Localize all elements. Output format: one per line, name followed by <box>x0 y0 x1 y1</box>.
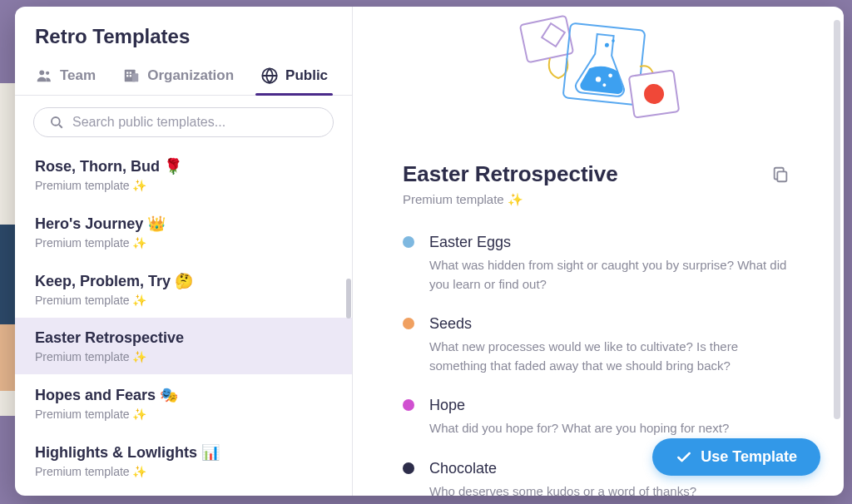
list-item-title: Easter Retrospective <box>35 329 332 347</box>
prompt-color-dot <box>403 236 414 248</box>
list-item-subtitle: Premium template ✨ <box>35 294 332 307</box>
tab-label: Team <box>60 67 96 84</box>
svg-rect-3 <box>132 73 138 82</box>
list-item[interactable]: Easter RetrospectivePremium template ✨ <box>15 318 352 374</box>
check-icon <box>676 449 692 466</box>
tab-label: Organization <box>147 67 234 84</box>
list-item-title: Hopes and Fears 🎭 <box>35 386 332 404</box>
prompt-color-dot <box>403 399 414 411</box>
tab-organization[interactable]: Organization <box>122 60 234 95</box>
prompt-description: What did you hope for? What are you hopi… <box>429 419 729 438</box>
list-item[interactable]: Rose, Thorn, Bud 🌹Premium template ✨ <box>15 146 352 203</box>
list-item[interactable]: Highlights & Lowlights 📊Premium template… <box>15 432 352 489</box>
list-item-title: Keep, Problem, Try 🤔 <box>35 272 332 290</box>
prompt-description: Who deserves some kudos or a word of tha… <box>429 482 696 497</box>
list-item-title: Rose, Thorn, Bud 🌹 <box>35 157 332 175</box>
organization-icon <box>122 67 141 85</box>
template-list: Rose, Thorn, Bud 🌹Premium template ✨Hero… <box>15 146 352 496</box>
list-item-subtitle: Premium template ✨ <box>35 408 332 421</box>
list-item[interactable]: Hero's Journey 👑Premium template ✨ <box>15 203 352 260</box>
svg-rect-4 <box>126 72 128 73</box>
prompt-color-dot <box>403 318 414 329</box>
copy-icon <box>771 166 790 184</box>
detail-subtitle: Premium template ✨ <box>403 192 618 207</box>
use-button-label: Use Template <box>701 448 797 466</box>
search-wrap <box>15 96 352 146</box>
modal-title: Retro Templates <box>15 7 352 60</box>
left-pane: Retro Templates Team Organization Public <box>15 7 353 496</box>
flask-illustration-icon <box>515 15 681 123</box>
list-item[interactable]: Hopes and Fears 🎭Premium template ✨ <box>15 374 352 432</box>
prompt-title: Seeds <box>429 315 794 333</box>
copy-button[interactable] <box>767 161 794 188</box>
svg-line-10 <box>59 125 62 128</box>
svg-rect-21 <box>777 171 786 181</box>
prompt-row: SeedsWhat new processes would we like to… <box>403 309 794 390</box>
svg-point-18 <box>612 39 615 42</box>
prompt-title: Easter Eggs <box>429 234 794 251</box>
search-field[interactable] <box>33 107 334 137</box>
svg-rect-6 <box>126 75 128 77</box>
prompt-title: Hope <box>429 397 729 414</box>
team-icon <box>35 67 53 85</box>
template-modal: Retro Templates Team Organization Public <box>15 7 844 496</box>
list-item-subtitle: Premium template ✨ <box>35 465 332 478</box>
svg-rect-11 <box>520 16 573 63</box>
prompt-body: Easter EggsWhat was hidden from sight or… <box>429 234 794 294</box>
search-input[interactable] <box>72 115 318 130</box>
scope-tabs: Team Organization Public <box>15 60 352 96</box>
tab-team[interactable]: Team <box>35 60 96 95</box>
tab-label: Public <box>285 67 328 84</box>
prompt-description: What new processes would we like to cult… <box>429 338 794 375</box>
svg-point-9 <box>52 117 60 126</box>
tab-public[interactable]: Public <box>260 60 328 95</box>
list-item-title: Hero's Journey 👑 <box>35 215 332 233</box>
svg-rect-12 <box>542 23 565 47</box>
svg-point-1 <box>46 72 49 75</box>
prompt-row: Easter EggsWhat was hidden from sight or… <box>403 227 794 309</box>
list-item-subtitle: Premium template ✨ <box>35 236 332 250</box>
globe-icon <box>260 67 279 85</box>
detail-header: Easter Retrospective Premium template ✨ <box>403 131 794 214</box>
svg-point-17 <box>605 42 609 47</box>
svg-rect-7 <box>130 75 131 77</box>
illustration <box>353 7 844 131</box>
svg-point-0 <box>39 70 44 75</box>
prompt-description: What was hidden from sight or caught you… <box>429 256 794 294</box>
prompt-color-dot <box>403 462 414 474</box>
use-template-button[interactable]: Use Template <box>652 438 820 476</box>
list-item-subtitle: Premium template ✨ <box>35 350 332 363</box>
svg-rect-5 <box>130 72 131 73</box>
search-icon <box>49 115 64 130</box>
prompt-body: HopeWhat did you hope for? What are you … <box>429 397 729 438</box>
right-pane: Easter Retrospective Premium template ✨ … <box>353 7 844 496</box>
list-item-subtitle: Premium template ✨ <box>35 179 332 192</box>
detail-titles: Easter Retrospective Premium template ✨ <box>403 161 618 207</box>
prompt-body: SeedsWhat new processes would we like to… <box>429 315 794 375</box>
list-item[interactable]: Keep, Problem, Try 🤔Premium template ✨ <box>15 260 352 318</box>
detail-title: Easter Retrospective <box>403 161 618 187</box>
list-item-title: Highlights & Lowlights 📊 <box>35 443 332 462</box>
